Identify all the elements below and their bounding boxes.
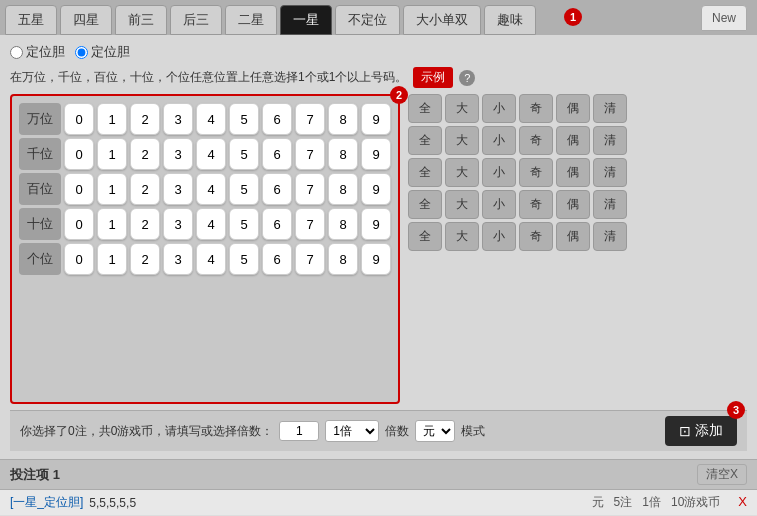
num-btn-万位-0[interactable]: 0 <box>64 103 94 135</box>
num-btn-十位-2[interactable]: 2 <box>130 208 160 240</box>
num-btn-十位-8[interactable]: 8 <box>328 208 358 240</box>
num-btn-万位-1[interactable]: 1 <box>97 103 127 135</box>
quick-btn-万位-大[interactable]: 大 <box>445 94 479 123</box>
num-btn-十位-0[interactable]: 0 <box>64 208 94 240</box>
num-btn-百位-7[interactable]: 7 <box>295 173 325 205</box>
num-btn-个位-4[interactable]: 4 <box>196 243 226 275</box>
tab-不定位[interactable]: 不定位 <box>335 5 400 35</box>
num-btn-万位-4[interactable]: 4 <box>196 103 226 135</box>
row-label-万位[interactable]: 万位 <box>19 103 61 135</box>
num-btn-千位-9[interactable]: 9 <box>361 138 391 170</box>
row-label-千位[interactable]: 千位 <box>19 138 61 170</box>
num-btn-千位-1[interactable]: 1 <box>97 138 127 170</box>
num-btn-百位-9[interactable]: 9 <box>361 173 391 205</box>
tab-前三[interactable]: 前三 <box>115 5 167 35</box>
num-btn-千位-5[interactable]: 5 <box>229 138 259 170</box>
quick-btn-千位-偶[interactable]: 偶 <box>556 126 590 155</box>
quick-btn-百位-小[interactable]: 小 <box>482 158 516 187</box>
quick-btn-十位-偶[interactable]: 偶 <box>556 190 590 219</box>
num-btn-十位-7[interactable]: 7 <box>295 208 325 240</box>
num-btn-十位-9[interactable]: 9 <box>361 208 391 240</box>
num-btn-十位-4[interactable]: 4 <box>196 208 226 240</box>
num-btn-万位-6[interactable]: 6 <box>262 103 292 135</box>
quick-btn-千位-奇[interactable]: 奇 <box>519 126 553 155</box>
tab-趣味[interactable]: 趣味 <box>484 5 536 35</box>
num-btn-千位-0[interactable]: 0 <box>64 138 94 170</box>
clear-button[interactable]: 清空X <box>697 464 747 485</box>
multiplier-select[interactable]: 1倍2倍3倍5倍10倍 <box>325 420 379 442</box>
quick-btn-十位-全[interactable]: 全 <box>408 190 442 219</box>
num-btn-个位-8[interactable]: 8 <box>328 243 358 275</box>
num-btn-万位-3[interactable]: 3 <box>163 103 193 135</box>
add-button[interactable]: ⊡ 添加 <box>665 416 737 446</box>
num-btn-万位-8[interactable]: 8 <box>328 103 358 135</box>
quick-btn-个位-偶[interactable]: 偶 <box>556 222 590 251</box>
num-btn-万位-7[interactable]: 7 <box>295 103 325 135</box>
quick-btn-千位-清[interactable]: 清 <box>593 126 627 155</box>
quick-btn-个位-小[interactable]: 小 <box>482 222 516 251</box>
num-btn-百位-0[interactable]: 0 <box>64 173 94 205</box>
num-btn-个位-5[interactable]: 5 <box>229 243 259 275</box>
quick-btn-个位-全[interactable]: 全 <box>408 222 442 251</box>
radio-input-2[interactable] <box>75 46 88 59</box>
quick-btn-个位-奇[interactable]: 奇 <box>519 222 553 251</box>
num-btn-个位-7[interactable]: 7 <box>295 243 325 275</box>
num-btn-万位-9[interactable]: 9 <box>361 103 391 135</box>
tab-大小单双[interactable]: 大小单双 <box>403 5 481 35</box>
num-btn-千位-4[interactable]: 4 <box>196 138 226 170</box>
quick-btn-百位-奇[interactable]: 奇 <box>519 158 553 187</box>
num-btn-百位-1[interactable]: 1 <box>97 173 127 205</box>
num-btn-个位-0[interactable]: 0 <box>64 243 94 275</box>
num-btn-十位-6[interactable]: 6 <box>262 208 292 240</box>
num-btn-千位-6[interactable]: 6 <box>262 138 292 170</box>
num-btn-个位-1[interactable]: 1 <box>97 243 127 275</box>
quick-btn-个位-清[interactable]: 清 <box>593 222 627 251</box>
tab-后三[interactable]: 后三 <box>170 5 222 35</box>
tab-一星[interactable]: 一星 <box>280 5 332 35</box>
quick-btn-万位-小[interactable]: 小 <box>482 94 516 123</box>
num-btn-百位-3[interactable]: 3 <box>163 173 193 205</box>
num-btn-个位-6[interactable]: 6 <box>262 243 292 275</box>
quick-btn-万位-奇[interactable]: 奇 <box>519 94 553 123</box>
num-btn-百位-6[interactable]: 6 <box>262 173 292 205</box>
radio-option-2[interactable]: 定位胆 <box>75 43 130 61</box>
quick-btn-十位-大[interactable]: 大 <box>445 190 479 219</box>
help-icon[interactable]: ? <box>459 70 475 86</box>
bet-remove-btn[interactable]: X <box>738 494 747 511</box>
quick-btn-万位-清[interactable]: 清 <box>593 94 627 123</box>
row-label-十位[interactable]: 十位 <box>19 208 61 240</box>
tab-五星[interactable]: 五星 <box>5 5 57 35</box>
num-btn-千位-8[interactable]: 8 <box>328 138 358 170</box>
num-btn-个位-9[interactable]: 9 <box>361 243 391 275</box>
num-btn-百位-4[interactable]: 4 <box>196 173 226 205</box>
quick-btn-个位-大[interactable]: 大 <box>445 222 479 251</box>
num-btn-千位-3[interactable]: 3 <box>163 138 193 170</box>
multiplier-input[interactable] <box>279 421 319 441</box>
quick-btn-十位-清[interactable]: 清 <box>593 190 627 219</box>
num-btn-个位-2[interactable]: 2 <box>130 243 160 275</box>
quick-btn-千位-大[interactable]: 大 <box>445 126 479 155</box>
quick-btn-百位-大[interactable]: 大 <box>445 158 479 187</box>
num-btn-百位-2[interactable]: 2 <box>130 173 160 205</box>
example-button[interactable]: 示例 <box>413 67 453 88</box>
num-btn-百位-5[interactable]: 5 <box>229 173 259 205</box>
num-btn-个位-3[interactable]: 3 <box>163 243 193 275</box>
quick-btn-百位-清[interactable]: 清 <box>593 158 627 187</box>
currency-select[interactable]: 元角分 <box>415 420 455 442</box>
quick-btn-万位-全[interactable]: 全 <box>408 94 442 123</box>
radio-input-1[interactable] <box>10 46 23 59</box>
quick-btn-十位-奇[interactable]: 奇 <box>519 190 553 219</box>
quick-btn-百位-偶[interactable]: 偶 <box>556 158 590 187</box>
tab-二星[interactable]: 二星 <box>225 5 277 35</box>
num-btn-万位-2[interactable]: 2 <box>130 103 160 135</box>
radio-option-1[interactable]: 定位胆 <box>10 43 65 61</box>
quick-btn-百位-全[interactable]: 全 <box>408 158 442 187</box>
num-btn-千位-7[interactable]: 7 <box>295 138 325 170</box>
row-label-百位[interactable]: 百位 <box>19 173 61 205</box>
num-btn-百位-8[interactable]: 8 <box>328 173 358 205</box>
num-btn-十位-1[interactable]: 1 <box>97 208 127 240</box>
num-btn-千位-2[interactable]: 2 <box>130 138 160 170</box>
quick-btn-十位-小[interactable]: 小 <box>482 190 516 219</box>
num-btn-十位-3[interactable]: 3 <box>163 208 193 240</box>
row-label-个位[interactable]: 个位 <box>19 243 61 275</box>
